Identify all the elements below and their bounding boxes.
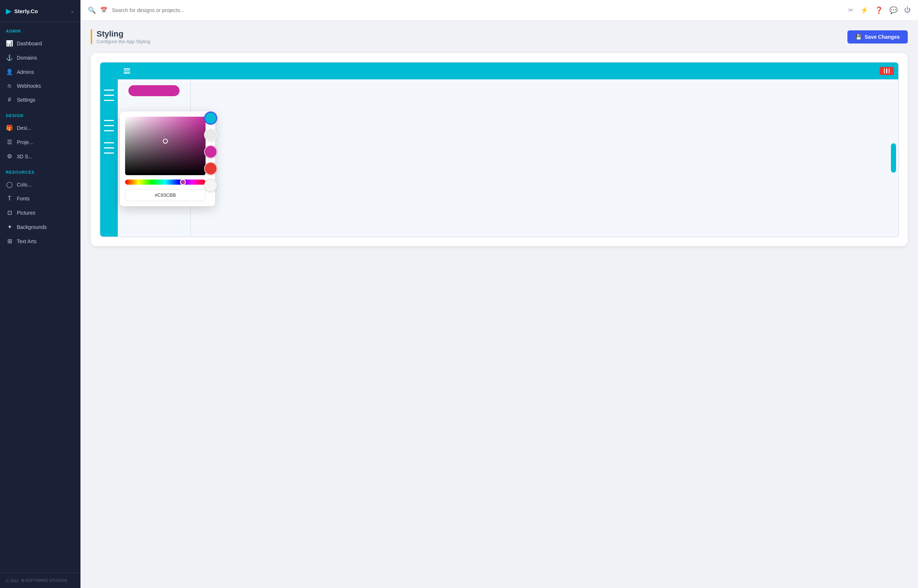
- color-swatch-white[interactable]: [204, 179, 217, 192]
- sidebar-item-pictures[interactable]: ⊡ Pictures: [0, 205, 81, 220]
- gift-icon: 🎁: [6, 124, 13, 131]
- logo-icon: ▶: [6, 6, 11, 15]
- sidebar-item-fonts[interactable]: T Fonts: [0, 192, 81, 205]
- textarts-icon: ⊞: [6, 238, 13, 245]
- settings-icon: #: [6, 97, 13, 103]
- message-icon[interactable]: 💬: [889, 6, 897, 14]
- sidebar-item-projects[interactable]: ☰ Proje...: [0, 135, 81, 149]
- search-input[interactable]: [112, 7, 844, 13]
- preview-mockup: [100, 62, 899, 237]
- mock-icon-line-1: [104, 120, 114, 121]
- color-picker[interactable]: [120, 111, 215, 206]
- design-section-label: DESIGN: [0, 107, 81, 121]
- activity-icon[interactable]: ⚡: [860, 6, 868, 14]
- sidebar-item-label: Backgrounds: [17, 224, 47, 230]
- sidebar-item-designs[interactable]: 🎁 Desi...: [0, 121, 81, 135]
- sidebar: ▶ Sterly.Co ⌄ ADMIN 📊 Dashboard ⚓ Domain…: [0, 0, 81, 588]
- sidebar-item-label: Fonts: [17, 195, 30, 202]
- sidebar-item-label: Settings: [17, 97, 36, 103]
- resources-section-label: RESOURCES: [0, 163, 81, 177]
- sidebar-item-dashboard[interactable]: 📊 Dashboard: [0, 36, 81, 50]
- mock-menu-line-3: [104, 100, 114, 101]
- mock-icon2-line-3: [104, 152, 114, 153]
- footer-year: © 2021: [6, 578, 19, 583]
- color-swatch-red[interactable]: [204, 162, 217, 175]
- color-swatches: [204, 111, 217, 192]
- color-gradient-canvas[interactable]: [125, 117, 205, 175]
- mock-main-content: [191, 79, 898, 237]
- mock-topbar: [118, 63, 898, 79]
- sidebar-item-domains[interactable]: ⚓ Domains: [0, 50, 81, 65]
- power-icon[interactable]: ⏻: [904, 6, 911, 14]
- sidebar-item-colors[interactable]: ◯ Colo...: [0, 177, 81, 192]
- list-icon: ☰: [6, 139, 13, 145]
- mock-hamburger-2: [124, 71, 130, 72]
- dashboard-icon: 📊: [6, 40, 13, 47]
- mock-btn-line-1: [884, 68, 885, 73]
- color-spectrum-slider[interactable]: [125, 179, 205, 185]
- footer-brand: ⊞ SOFTWARE STUDIOS: [21, 578, 67, 583]
- spectrum-thumb: [180, 179, 186, 185]
- content-area: Styling Configure the App Styling 💾 Save…: [81, 21, 918, 588]
- topbar-actions: ✂ ⚡ ❓ 💬 ⏻: [848, 6, 911, 14]
- webhook-icon: ⎋: [6, 82, 13, 89]
- sidebar-item-settings[interactable]: # Settings: [0, 93, 81, 107]
- save-label: Save Changes: [865, 34, 900, 40]
- page-header: Styling Configure the App Styling 💾 Save…: [91, 29, 908, 44]
- search-icon[interactable]: 🔍: [88, 6, 96, 14]
- page-subtitle: Configure the App Styling: [97, 39, 150, 44]
- color-hex-input[interactable]: [125, 189, 205, 201]
- mock-icon-line-2: [104, 125, 114, 126]
- sidebar-item-label: Admins: [17, 69, 34, 75]
- chevron-down-icon[interactable]: ⌄: [70, 8, 74, 14]
- logo-group: ▶ Sterly.Co: [6, 6, 38, 15]
- scissors-icon[interactable]: ✂: [848, 6, 853, 14]
- sidebar-item-webhooks[interactable]: ⎋ Webhooks: [0, 79, 81, 93]
- mock-menu-line-2: [104, 95, 114, 96]
- color-swatch-light-gray[interactable]: [204, 128, 217, 142]
- mock-icon-line-3: [104, 130, 114, 131]
- backgrounds-icon: ✦: [6, 223, 13, 230]
- sidebar-item-label: Domains: [17, 55, 37, 61]
- mock-icon2-line-2: [104, 147, 114, 149]
- sidebar-logo-area[interactable]: ▶ Sterly.Co ⌄: [0, 0, 81, 22]
- preview-container: [91, 53, 908, 246]
- color-swatch-magenta[interactable]: [204, 145, 217, 158]
- cube-icon: ⚙: [6, 153, 13, 160]
- color-swatch-cyan[interactable]: [204, 111, 217, 125]
- page-title-text: Styling Configure the App Styling: [97, 29, 150, 44]
- mock-menu-line-1: [104, 90, 114, 91]
- color-icon: ◯: [6, 181, 13, 188]
- sidebar-item-label: Desi...: [17, 125, 31, 131]
- font-icon: T: [6, 195, 13, 202]
- topbar: 🔍 📅 ✂ ⚡ ❓ 💬 ⏻: [81, 0, 918, 21]
- admin-section-label: ADMIN: [0, 22, 81, 36]
- color-gradient-dark-layer: [125, 117, 205, 175]
- sidebar-item-label: Dashboard: [17, 40, 42, 47]
- help-icon[interactable]: ❓: [875, 6, 883, 14]
- mock-content: [118, 63, 898, 237]
- mock-primary-button: [128, 85, 179, 96]
- sidebar-item-label: Webhooks: [17, 83, 41, 89]
- mock-scrollbar: [891, 143, 896, 173]
- sidebar-item-label: Pictures: [17, 210, 36, 216]
- page-title-area: Styling Configure the App Styling: [91, 29, 150, 44]
- calendar-icon[interactable]: 📅: [100, 6, 108, 13]
- sidebar-item-label: Text Arts: [17, 238, 37, 244]
- mock-topbar-right-button: [879, 67, 894, 75]
- sidebar-item-label: Colo...: [17, 182, 31, 187]
- mock-hamburger-1: [124, 68, 130, 69]
- mock-icon2-line-1: [104, 142, 114, 143]
- user-icon: 👤: [6, 68, 13, 75]
- save-changes-button[interactable]: 💾 Save Changes: [847, 30, 908, 44]
- sidebar-item-backgrounds[interactable]: ✦ Backgrounds: [0, 220, 81, 234]
- sidebar-item-textarts[interactable]: ⊞ Text Arts: [0, 234, 81, 248]
- sidebar-item-label: 3D S...: [17, 153, 32, 160]
- mock-sidebar: [100, 63, 118, 237]
- mock-btn-line-2: [886, 68, 887, 73]
- save-icon: 💾: [855, 34, 862, 40]
- sidebar-item-admins[interactable]: 👤 Admins: [0, 65, 81, 79]
- anchor-icon: ⚓: [6, 54, 13, 61]
- logo-text: Sterly.Co: [14, 8, 38, 14]
- sidebar-item-3dscenes[interactable]: ⚙ 3D S...: [0, 149, 81, 163]
